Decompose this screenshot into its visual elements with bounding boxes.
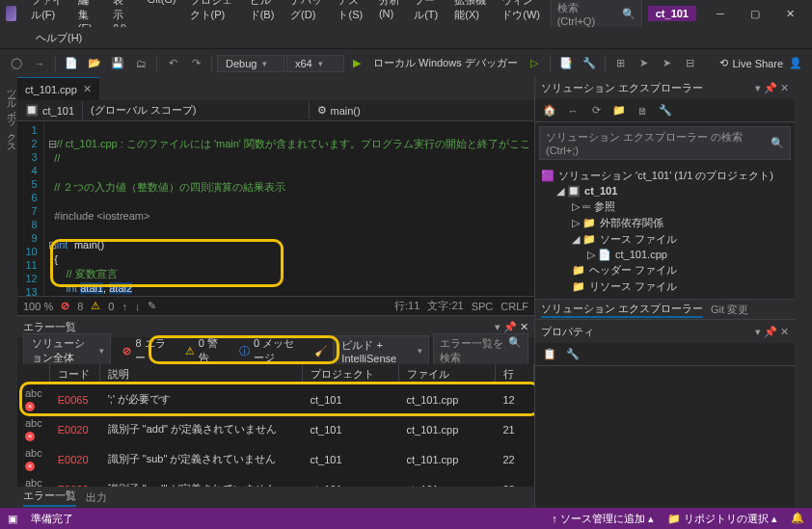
- tab-error-list[interactable]: エラー一覧: [23, 489, 76, 507]
- sln-home-icon[interactable]: 🏠: [539, 100, 560, 121]
- err-count-warnings[interactable]: ⚠0 警告: [177, 334, 228, 367]
- zoom-level[interactable]: 100 %: [23, 301, 53, 312]
- line-gutter: 1234567891011121314151617181920212223: [17, 121, 44, 296]
- solution-tree[interactable]: 🟪ソリューション 'ct_101' (1/1 のプロジェクト) ◢ 🔲 ct_1…: [535, 164, 795, 299]
- err-filter-combo[interactable]: ビルド + IntelliSense: [333, 335, 429, 367]
- save-button[interactable]: 💾: [107, 53, 128, 74]
- err-count-messages[interactable]: ⓘ0 メッセージ: [231, 334, 309, 367]
- redo-button[interactable]: ↷: [185, 53, 206, 74]
- tab-git-changes[interactable]: Git 変更: [711, 303, 748, 317]
- error-row[interactable]: abc ×E0020識別子 "add" が定義されていませんct_101ct_1…: [17, 414, 534, 444]
- panel-close-icon[interactable]: ✕: [520, 321, 528, 332]
- tb-icon-2[interactable]: 🔧: [579, 53, 600, 74]
- error-row[interactable]: abc ×E0020識別子 "sub" が定義されていませんct_101ct_1…: [17, 444, 534, 474]
- maximize-button[interactable]: ▢: [739, 3, 771, 24]
- tab-label: ct_101.cpp: [25, 84, 77, 95]
- minimize-button[interactable]: ─: [704, 3, 737, 24]
- tb-icon-6[interactable]: ⊟: [680, 53, 701, 74]
- toolbox-tab[interactable]: ツールボックス: [0, 77, 17, 508]
- status-ready: 準備完了: [31, 512, 73, 526]
- err-count-errors[interactable]: ⊘8 エラー: [115, 334, 173, 367]
- props-wrench-icon[interactable]: 🔧: [562, 344, 583, 365]
- tab-solution-explorer[interactable]: ソリューション エクスプローラー: [541, 302, 703, 318]
- tb-icon-4[interactable]: ➤: [634, 53, 655, 74]
- nav-project[interactable]: 🔲 ct_101: [17, 102, 82, 119]
- sln-props-icon[interactable]: 🔧: [655, 100, 676, 121]
- editor-tab[interactable]: ct_101.cpp ✕: [17, 77, 99, 100]
- new-button[interactable]: 📄: [61, 53, 82, 74]
- sln-refresh-icon[interactable]: ⟳: [585, 100, 607, 121]
- error-row[interactable]: abc ×E0065';' が必要ですct_101ct_101.cpp12: [17, 384, 534, 414]
- nav-scope[interactable]: (グローバル スコープ): [82, 101, 308, 119]
- platform-combo[interactable]: x64: [286, 55, 344, 72]
- menu-help[interactable]: ヘルプ(H): [29, 27, 89, 49]
- properties-body: [535, 366, 795, 508]
- error-table[interactable]: コード 説明 プロジェクト ファイル 行 abc ×E0065';' が必要です…: [17, 364, 534, 487]
- config-combo[interactable]: Debug: [217, 55, 284, 72]
- solution-search-input[interactable]: ソリューション エクスプローラー の検索 (Ctrl+;)🔍: [539, 126, 791, 160]
- tb-icon-3[interactable]: ⊞: [610, 53, 632, 74]
- sln-filter-icon[interactable]: 📁: [609, 100, 630, 121]
- tab-close-icon[interactable]: ✕: [83, 83, 92, 95]
- undo-button[interactable]: ↶: [162, 53, 183, 74]
- account-icon[interactable]: 👤: [785, 53, 806, 74]
- error-row[interactable]: abc ×E0020識別子 "mul" が定義されていませんct_101ct_1…: [17, 474, 534, 487]
- code-editor[interactable]: 1234567891011121314151617181920212223 ⊟/…: [17, 121, 534, 296]
- err-clear-button[interactable]: 🧹: [312, 340, 330, 361]
- tb-icon-5[interactable]: ➤: [657, 53, 678, 74]
- status-source-control[interactable]: ↑ ソース管理に追加 ▴: [552, 512, 654, 526]
- tab-output[interactable]: 出力: [86, 490, 107, 505]
- close-button[interactable]: ✕: [773, 3, 806, 24]
- status-bell-icon[interactable]: 🔔: [791, 512, 804, 526]
- err-scope-combo[interactable]: ソリューション全体: [23, 333, 111, 368]
- properties-title: プロパティ: [541, 325, 594, 339]
- vs-logo: [6, 6, 16, 21]
- props-cat-icon[interactable]: 📋: [539, 344, 560, 365]
- play-no-debug-icon[interactable]: ▷: [524, 53, 545, 74]
- err-search-input[interactable]: エラー一覧を検索🔍: [433, 333, 528, 368]
- right-dock-strip: [795, 77, 812, 508]
- pin-icon[interactable]: ▾ 📌: [495, 321, 517, 332]
- debugger-label[interactable]: ローカル Windows デバッガー: [369, 56, 522, 70]
- nav-func[interactable]: ⚙ main(): [309, 102, 534, 119]
- live-share-button[interactable]: ⟲ Live Share: [719, 57, 783, 69]
- nav-back-button[interactable]: ◯: [6, 53, 27, 74]
- status-repo[interactable]: 📁 リポジトリの選択 ▴: [667, 512, 777, 526]
- solution-explorer-title: ソリューション エクスプローラー: [541, 81, 703, 95]
- project-badge: ct_101: [648, 6, 696, 21]
- play-icon[interactable]: ▶: [346, 53, 367, 74]
- open-button[interactable]: 📂: [84, 53, 105, 74]
- nav-fwd-button[interactable]: →: [29, 53, 50, 74]
- search-input[interactable]: 検索 (Ctrl+Q)🔍: [551, 0, 642, 30]
- sln-sync-icon[interactable]: ↔: [562, 100, 583, 121]
- error-list-title: エラー一覧: [23, 320, 76, 334]
- tb-icon-1[interactable]: 📑: [555, 53, 577, 74]
- sln-show-all-icon[interactable]: 🗎: [632, 100, 653, 121]
- save-all-button[interactable]: 🗂: [130, 53, 151, 74]
- cursor-col: 文字:21: [427, 299, 463, 313]
- cursor-line: 行:11: [394, 299, 420, 313]
